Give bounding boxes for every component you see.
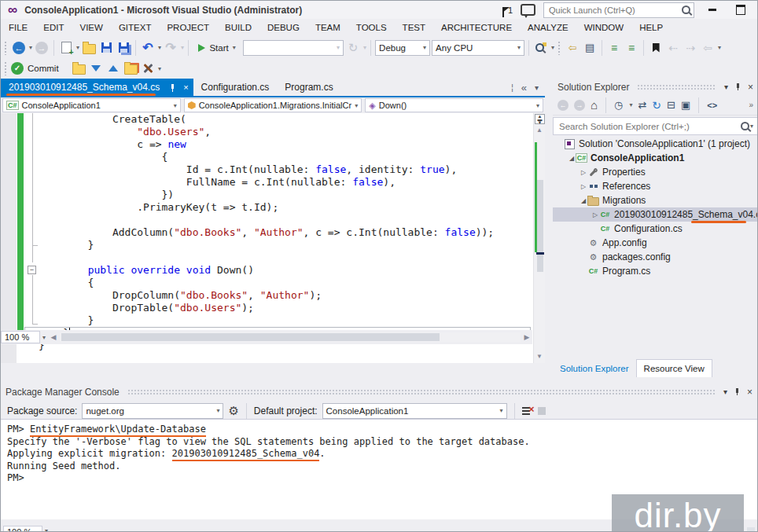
home-icon[interactable]: ⌂ [591, 98, 598, 112]
solution-explorer-title-bar[interactable]: Solution Explorer ▾ × [553, 79, 758, 95]
expander-icon[interactable]: ◢ [568, 155, 576, 162]
menu-item-team[interactable]: TEAM [307, 19, 348, 37]
expander-icon[interactable]: ▷ [591, 211, 599, 218]
pin-icon[interactable] [734, 83, 741, 90]
save-button[interactable] [98, 39, 114, 57]
expander-icon[interactable]: ◢ [580, 197, 587, 204]
tab-list-dropdown[interactable]: ▾ [535, 83, 539, 92]
pin-icon[interactable] [169, 84, 176, 91]
scrollbar-thumb[interactable] [537, 180, 543, 272]
clear-console-icon[interactable] [522, 406, 533, 416]
code-editor[interactable]: − CreateTable( "dbo.Users", c => new { I… [1, 113, 545, 363]
expander-icon[interactable]: ▷ [580, 169, 587, 176]
save-all-button[interactable] [116, 39, 131, 57]
member-dropdown[interactable]: ◈ Down() ▾ [365, 98, 543, 112]
type-dropdown[interactable]: ConsoleApplication1.Migrations.InitialCr… [184, 98, 362, 112]
collapse-all-icon[interactable]: ⊟ [667, 99, 675, 111]
find-in-files-button[interactable] [533, 39, 549, 57]
tree-item-2[interactable]: ▷Properties [553, 165, 758, 179]
git-stash-button[interactable] [123, 60, 138, 77]
menu-item-project[interactable]: PROJECT [159, 19, 217, 37]
scroll-down-arrow[interactable]: ▼ [534, 353, 545, 360]
quick-launch-input[interactable] [547, 5, 682, 16]
tab-solution-explorer[interactable]: Solution Explorer [553, 359, 636, 377]
document-tab-2[interactable]: Program.cs [277, 79, 340, 96]
scroll-tabs-icon[interactable]: « [521, 82, 527, 94]
git-toolbar-overflow[interactable]: ▾ [158, 65, 161, 72]
console-output[interactable]: PM> EntityFramework\Update-DatabaseSpeci… [1, 419, 757, 519]
project-dropdown[interactable]: C# ConsoleApplication1 ▾ [2, 98, 181, 112]
se-toolbar-overflow[interactable]: » [749, 101, 753, 109]
split-window-handle[interactable]: ▲▬▼ [535, 114, 545, 124]
menu-item-gitext[interactable]: GITEXT [111, 19, 160, 37]
maximize-button[interactable] [730, 4, 751, 17]
tree-item-4[interactable]: ◢Migrations [553, 193, 758, 207]
menu-item-file[interactable]: FILE [1, 19, 35, 37]
navigate-back-button[interactable]: ← [11, 39, 27, 57]
undo-dropdown[interactable]: ▾ [158, 44, 161, 51]
pmc-title-bar[interactable]: Package Manager Console ▾ × [1, 383, 757, 400]
se-back-button[interactable]: ← [557, 100, 568, 111]
view-code-icon[interactable]: <> [707, 101, 717, 110]
scroll-left-arrow[interactable]: ◀ [48, 333, 59, 341]
git-pull-button[interactable] [88, 60, 104, 77]
tree-item-3[interactable]: ▷References [553, 179, 758, 193]
tree-item-1[interactable]: ◢C#ConsoleApplication1 [553, 151, 758, 165]
tree-item-8[interactable]: ⚙packages.config [553, 250, 758, 264]
run-target-combo[interactable]: ▾ [243, 40, 344, 56]
console-scrollbar[interactable]: ▼ [745, 455, 756, 532]
toolbar-grip[interactable] [4, 41, 8, 55]
default-project-combo[interactable]: ConsoleApplication1 ▾ [322, 403, 507, 419]
package-source-combo[interactable]: nuget.org ▾ [82, 403, 223, 419]
menu-item-analyze[interactable]: ANALYZE [520, 19, 576, 37]
toolbar-grip[interactable] [557, 41, 561, 55]
menu-item-test[interactable]: TEST [395, 19, 433, 37]
toolbar-overflow[interactable]: ▾ [718, 44, 721, 51]
package-source-settings-icon[interactable]: ⚙ [228, 405, 238, 417]
filter-dropdown[interactable]: ▾ [629, 101, 632, 108]
solution-configuration-combo[interactable]: Debug▾ [375, 40, 430, 56]
scroll-right-arrow[interactable]: ▶ [521, 333, 532, 341]
zoom-dropdown[interactable]: ▾ [42, 334, 46, 341]
toolbar-grip[interactable] [4, 61, 8, 75]
feedback-icon[interactable] [521, 4, 535, 16]
document-outline-button[interactable]: ▤ [582, 39, 598, 57]
quick-launch-box[interactable] [543, 2, 694, 18]
horizontal-scrollbar-thumb[interactable] [61, 333, 440, 341]
next-bookmark-button[interactable]: ⇢ [683, 39, 698, 57]
indicator-margin[interactable] [1, 113, 17, 363]
menu-item-build[interactable]: BUILD [217, 19, 259, 37]
start-debug-button[interactable]: Start ▾ [193, 39, 241, 57]
search-options-dropdown[interactable]: ▾ [750, 123, 753, 130]
find-dropdown[interactable]: ▾ [551, 44, 554, 51]
menu-item-view[interactable]: VIEW [72, 19, 111, 37]
menu-item-debug[interactable]: DEBUG [259, 19, 307, 37]
document-tab-0[interactable]: 201903010912485_Schema_v04.cs× [1, 79, 193, 96]
pin-icon[interactable] [734, 388, 741, 395]
scrollbar-thumb[interactable] [747, 527, 755, 532]
navigate-forward-button[interactable]: → [34, 39, 50, 57]
refresh-button[interactable]: ↻ [345, 39, 361, 57]
notifications-button[interactable]: 1 [502, 6, 513, 15]
new-file-dropdown[interactable]: ▾ [76, 44, 79, 51]
refresh-icon[interactable]: ↻ [652, 99, 661, 112]
editor-vertical-scrollbar[interactable]: ▲▬▼ ▲ ▼ [533, 113, 545, 363]
document-tab-1[interactable]: Configuration.cs [193, 79, 278, 96]
se-forward-button[interactable]: → [574, 100, 585, 111]
tab-resource-view[interactable]: Resource View [636, 359, 712, 377]
menu-item-tools[interactable]: TOOLS [348, 19, 395, 37]
pending-changes-filter-icon[interactable]: ◷ [614, 99, 623, 111]
indent-increase-button[interactable]: ≡ [624, 39, 639, 57]
window-position-dropdown[interactable]: ▾ [724, 83, 728, 91]
git-push-button[interactable] [105, 60, 121, 77]
editor-zoom-control[interactable]: 100 % [1, 331, 40, 343]
close-icon[interactable]: × [183, 83, 188, 92]
toggle-bookmark-button[interactable] [648, 39, 664, 57]
previous-bookmark-button[interactable]: ⇠ [665, 39, 681, 57]
open-file-button[interactable] [81, 39, 97, 57]
menu-item-help[interactable]: HELP [631, 19, 671, 37]
collapse-region-button[interactable]: − [28, 266, 36, 274]
git-commit-button[interactable]: ✓ Commit [11, 60, 69, 77]
solution-platform-combo[interactable]: Any CPU▾ [432, 40, 524, 56]
navigate-backward-editor-button[interactable]: ⇦ [565, 39, 580, 57]
